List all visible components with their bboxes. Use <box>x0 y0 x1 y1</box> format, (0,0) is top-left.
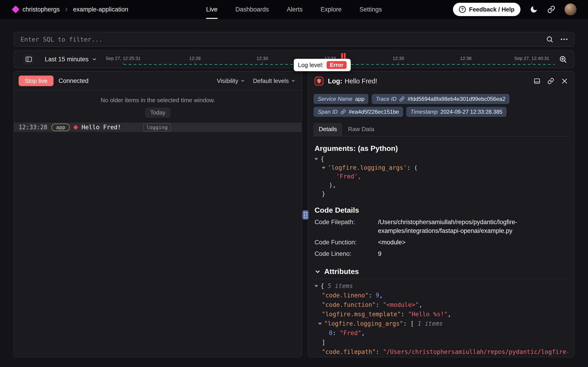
zoom-in-icon <box>559 55 567 63</box>
live-panel-header: Stop live Connected Visibility Default l… <box>14 71 302 91</box>
timeline-tick-label: Sep 27, 12:25:31 <box>106 56 141 61</box>
link-icon <box>547 78 554 84</box>
detail-header-actions <box>534 78 568 84</box>
code-line: ] <box>315 338 568 347</box>
badge-trace-id[interactable]: Trace ID #fdd5694a8fa98eb4e301d99ebc056e… <box>372 94 509 104</box>
collapse-caret-icon[interactable] <box>318 323 322 325</box>
detail-tabs: Details Raw Data <box>313 123 569 136</box>
detail-message: Hello Fred! <box>345 77 377 85</box>
question-circle-icon: ? <box>459 6 466 13</box>
theme-toggle-button[interactable] <box>530 5 538 14</box>
navbar: christophergs example-application Live D… <box>0 0 588 19</box>
collapse-attributes-button[interactable] <box>315 268 321 275</box>
logfire-logo-icon[interactable] <box>12 6 19 13</box>
code-token: "code.filepath" <box>322 348 376 355</box>
feedback-help-button[interactable]: ? Feedback / Help <box>453 3 521 16</box>
timeline-tick-label: 12:35 <box>393 56 404 61</box>
error-badge: Error <box>327 61 347 69</box>
user-avatar[interactable] <box>564 3 577 15</box>
code-line: "code.filepath": "/Users/christophersami… <box>315 347 568 357</box>
code-token <box>315 339 322 346</box>
code-token <box>315 190 322 197</box>
code-token: , <box>419 301 422 308</box>
sql-filter-input[interactable] <box>20 36 539 43</box>
visibility-dropdown[interactable]: Visibility <box>215 77 247 85</box>
code-line: 'Fred', <box>315 172 568 181</box>
code-token: : [ <box>403 320 418 327</box>
log-tag[interactable]: logging <box>143 123 171 131</box>
kv-label: Code Lineno: <box>315 250 378 258</box>
badge-value: app <box>355 96 364 102</box>
timeline-tick-label: 12:28 <box>189 56 201 61</box>
sidebar-toggle-button[interactable] <box>23 54 34 65</box>
service-badge[interactable]: app <box>51 124 70 131</box>
tab-settings[interactable]: Settings <box>359 0 382 19</box>
code-token: "Fred" <box>340 330 361 336</box>
code-token: "logfire.msg_template" <box>322 311 401 318</box>
error-level-icon <box>73 125 78 130</box>
code-line: { 5 items <box>315 281 568 291</box>
visibility-label: Visibility <box>217 77 238 84</box>
collapse-caret-icon[interactable] <box>322 167 325 169</box>
kv-value: /Users/christophersamiullah/repos/pydant… <box>378 218 539 235</box>
code-token <box>315 311 322 318</box>
code-line: "logfire.msg_template": "Hello %s!", <box>315 309 568 319</box>
error-shield-icon <box>315 76 324 86</box>
code-token: 9 <box>376 292 380 299</box>
code-line: ), <box>315 181 568 190</box>
detail-kind: Log: <box>328 77 342 85</box>
breadcrumb-project[interactable]: example-application <box>73 6 128 13</box>
live-panel-body: No older items in the selected time wind… <box>14 91 302 132</box>
code-line: "code.lineno": 9, <box>315 291 568 300</box>
code-token: } <box>322 190 325 197</box>
tab-explore[interactable]: Explore <box>321 0 342 19</box>
badge-service-name[interactable]: Service Name app <box>314 94 368 104</box>
detail-header: Log: Hello Fred! <box>308 71 574 88</box>
connection-status: Connected <box>58 77 89 84</box>
badge-label: Timestamp <box>410 109 438 115</box>
code-token: : <box>333 330 340 336</box>
code-token: "<module>" <box>383 301 419 308</box>
search-button[interactable] <box>546 36 553 43</box>
empty-message: No older items in the selected time wind… <box>14 97 302 104</box>
badge-label: Trace ID <box>376 96 397 102</box>
panel-resize-handle[interactable] <box>303 210 308 220</box>
code-token: : <box>376 301 383 308</box>
zoom-in-button[interactable] <box>557 55 569 64</box>
dock-panel-button[interactable] <box>534 78 540 84</box>
log-row[interactable]: 12:33:28 app Hello Fred! logging <box>14 122 302 132</box>
close-panel-button[interactable] <box>561 78 568 84</box>
badge-span-id[interactable]: Span ID #ea4d5f226ec151be <box>314 107 403 117</box>
timeline-tick-label: Sep 27, 12:40:31 <box>514 56 549 61</box>
breadcrumb: christophergs example-application <box>13 0 128 19</box>
collapse-caret-icon[interactable] <box>315 158 318 160</box>
tab-dashboards[interactable]: Dashboards <box>235 0 269 19</box>
primary-nav: Live Dashboards Alerts Explore Settings <box>206 0 382 19</box>
default-levels-dropdown[interactable]: Default levels <box>251 77 297 85</box>
code-token: "Hello %s!" <box>408 311 447 318</box>
tab-live[interactable]: Live <box>206 0 217 19</box>
more-options-button[interactable] <box>560 35 568 43</box>
badge-timestamp[interactable]: Timestamp 2024-09-27 12:33:28.385 <box>406 107 506 117</box>
tab-raw-data[interactable]: Raw Data <box>342 123 380 136</box>
timeline-tick-label: 12:30 <box>257 56 268 61</box>
collapse-caret-icon[interactable] <box>315 285 318 287</box>
code-line: "code.function": "<module>", <box>315 300 568 309</box>
badge-value: #ea4d5f226ec151be <box>349 109 399 115</box>
close-icon <box>561 78 568 84</box>
tab-alerts[interactable]: Alerts <box>287 0 303 19</box>
code-filepath-row: Code Filepath: /Users/christophersamiull… <box>315 218 568 235</box>
sidebar-toggle-icon <box>25 56 32 63</box>
time-range-select[interactable]: Last 15 minutes <box>43 56 98 63</box>
copy-link-button[interactable] <box>547 78 554 84</box>
breadcrumb-org[interactable]: christophergs <box>23 6 60 13</box>
badge-row: Span ID #ea4d5f226ec151be Timestamp 2024… <box>314 107 569 117</box>
stop-live-button[interactable]: Stop live <box>19 75 54 86</box>
code-function-row: Code Function: <module> <box>315 238 568 247</box>
badge-value: 2024-09-27 12:33:28.385 <box>440 109 503 115</box>
code-token: 1 items <box>418 320 443 327</box>
log-message: Hello Fred! <box>82 124 121 131</box>
tab-details[interactable]: Details <box>313 123 342 136</box>
share-link-button[interactable] <box>547 5 555 14</box>
today-button[interactable]: Today <box>145 108 171 118</box>
